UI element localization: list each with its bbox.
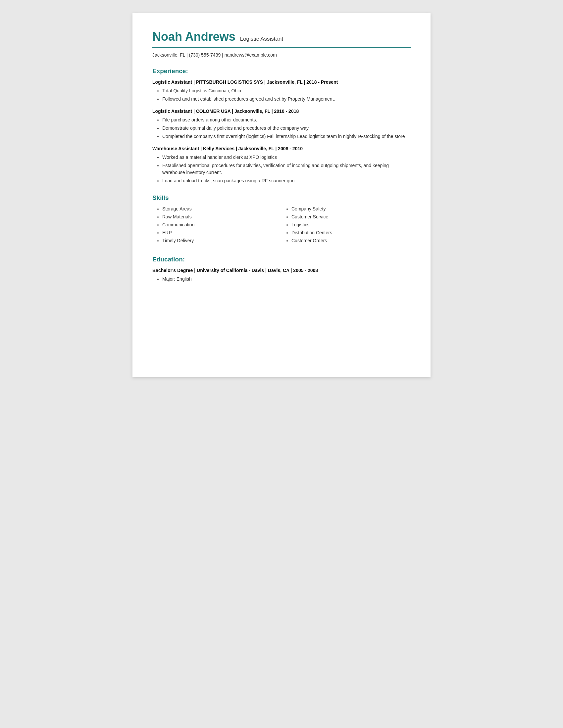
- skills-right: Company Safety Customer Service Logistic…: [292, 206, 411, 246]
- list-item: Customer Orders: [292, 238, 411, 243]
- edu-bullets-1: Major: English: [162, 276, 411, 283]
- list-item: ERP: [162, 230, 282, 235]
- list-item: Major: English: [162, 276, 411, 283]
- name-title-row: Noah Andrews Logistic Assistant: [152, 30, 411, 44]
- list-item: Timely Delivery: [162, 238, 282, 243]
- education-section: Education: Bachelor's Degree | Universit…: [152, 256, 411, 283]
- list-item: Worked as a material handler and clerk a…: [162, 154, 411, 161]
- resume-page: Noah Andrews Logistic Assistant Jacksonv…: [132, 13, 431, 377]
- skills-left: Storage Areas Raw Materials Communicatio…: [162, 206, 282, 246]
- header-divider: [152, 47, 411, 48]
- experience-title: Experience:: [152, 68, 411, 75]
- job-bullets-3: Worked as a material handler and clerk a…: [162, 154, 411, 184]
- list-item: Company Safety: [292, 206, 411, 211]
- list-item: Communication: [162, 222, 282, 227]
- job-header-2: Logistic Assistant | COLOMER USA | Jacks…: [152, 109, 411, 114]
- full-name: Noah Andrews: [152, 30, 235, 44]
- list-item: Customer Service: [292, 214, 411, 219]
- list-item: Raw Materials: [162, 214, 282, 219]
- list-item: Demonstrate optimal daily policies and p…: [162, 125, 411, 132]
- list-item: Load and unload trucks, scan packages us…: [162, 177, 411, 184]
- job-header-3: Warehouse Assistant | Kelly Services | J…: [152, 146, 411, 151]
- list-item: Total Quality Logistics Cincinnati, Ohio: [162, 87, 411, 94]
- header-section: Noah Andrews Logistic Assistant Jacksonv…: [152, 30, 411, 58]
- skills-title: Skills: [152, 194, 411, 202]
- job-header-1: Logistic Assistant | PITTSBURGH LOGISTIC…: [152, 79, 411, 85]
- list-item: File purchase orders among other documen…: [162, 116, 411, 123]
- contact-info: Jacksonville, FL | (730) 555-7439 | nand…: [152, 52, 411, 58]
- list-item: Completed the company's first overnight …: [162, 133, 411, 140]
- list-item: Distribution Centers: [292, 230, 411, 235]
- job-bullets-2: File purchase orders among other documen…: [162, 116, 411, 140]
- list-item: Followed and met established procedures …: [162, 96, 411, 103]
- list-item: Established operational procedures for a…: [162, 162, 411, 176]
- experience-section: Experience: Logistic Assistant | PITTSBU…: [152, 68, 411, 184]
- list-item: Storage Areas: [162, 206, 282, 211]
- job-bullets-1: Total Quality Logistics Cincinnati, Ohio…: [162, 87, 411, 103]
- skills-section: Skills Storage Areas Raw Materials Commu…: [152, 194, 411, 246]
- education-title: Education:: [152, 256, 411, 263]
- edu-header-1: Bachelor's Degree | University of Califo…: [152, 268, 411, 273]
- header-job-title: Logistic Assistant: [240, 36, 283, 42]
- skills-grid: Storage Areas Raw Materials Communicatio…: [152, 206, 411, 246]
- list-item: Logistics: [292, 222, 411, 227]
